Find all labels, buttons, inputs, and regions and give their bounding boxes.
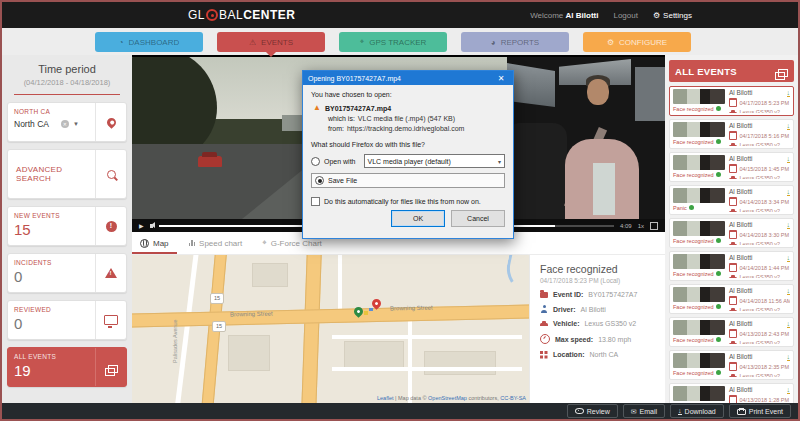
all-events-card[interactable]: ALL EVENTS 19 — [7, 347, 127, 387]
map-canvas[interactable]: 15 15 Browning Street Browning Street Pa… — [132, 255, 530, 403]
reviewed-card[interactable]: REVIEWED 0 — [7, 300, 127, 340]
eye-icon — [716, 139, 721, 144]
event-card[interactable]: Face recognized Al Bilotti 04/14/2018 1:… — [669, 251, 794, 281]
event-card[interactable]: Face recognized Al Bilotti 04/14/2018 3:… — [669, 218, 794, 248]
calendar-icon — [729, 98, 737, 107]
map-marker-blue-icon[interactable] — [369, 308, 373, 311]
fullscreen-icon[interactable] — [650, 222, 658, 230]
events-list: Face recognized Al Bilotti 04/17/2018 5:… — [665, 86, 798, 403]
event-card[interactable]: Face recognized Al Bilotti 04/13/2018 2:… — [669, 350, 794, 380]
nav-label: CONFIGURE — [619, 38, 667, 47]
volume-icon[interactable] — [150, 224, 153, 228]
new-events-card[interactable]: NEW EVENTS 15 — [7, 206, 127, 246]
auto-checkbox[interactable] — [311, 197, 320, 206]
welcome-text: Welcome Al Bilotti — [530, 11, 598, 20]
detail-value: North CA — [590, 351, 619, 358]
playback-rate-button[interactable]: 1x — [638, 223, 644, 229]
region-select[interactable]: North CA ✕ ▼ — [14, 119, 89, 129]
download-icon[interactable]: ↓ — [787, 155, 791, 163]
nav-tab-events[interactable]: ⚠ EVENTS — [217, 32, 325, 52]
open-with-radio[interactable] — [311, 157, 320, 166]
open-with-select[interactable]: VLC media player (default) ▾ — [364, 154, 505, 168]
eye-icon — [716, 172, 721, 177]
time-period-range[interactable]: (04/12/2018 - 04/18/2018) — [2, 78, 132, 87]
download-icon[interactable]: ↓ — [787, 254, 791, 262]
leaflet-link[interactable]: Leaflet — [377, 395, 394, 401]
email-label: Email — [640, 408, 658, 415]
event-card[interactable]: Panic Al Bilotti 04/14/2018 3:34 PM Lexu… — [669, 185, 794, 215]
stack-icon[interactable] — [778, 69, 788, 77]
download-icon[interactable]: ↓ — [787, 122, 791, 130]
download-icon[interactable]: ↓ — [787, 221, 791, 229]
event-thumbnail — [673, 287, 725, 302]
event-driver-name: Al Bilotti — [729, 386, 790, 393]
close-icon[interactable]: ✕ — [494, 74, 508, 83]
eye-icon — [716, 106, 721, 111]
play-button[interactable]: ▶ — [139, 223, 144, 229]
from-value: https://tracking.demo.idriveglobal.com — [347, 125, 465, 132]
incidents-card[interactable]: INCIDENTS 0 — [7, 253, 127, 293]
detail-value: Al Bilotti — [581, 306, 606, 313]
car-icon — [729, 310, 737, 312]
advanced-search-card[interactable]: ADVANCED SEARCH — [7, 149, 127, 199]
event-card[interactable]: Face recognized Al Bilotti 04/17/2018 5:… — [669, 119, 794, 149]
detail-value: Lexus GS350 v2 — [584, 320, 636, 327]
download-icon[interactable]: ↓ — [787, 386, 791, 394]
car-icon — [729, 244, 737, 246]
email-button[interactable]: ✉ Email — [623, 404, 665, 418]
event-card[interactable]: Face recognized Al Bilotti 04/13/2018 2:… — [669, 317, 794, 347]
map-road-minor — [332, 335, 522, 339]
warning-triangle-icon — [105, 268, 117, 278]
download-icon[interactable]: ↓ — [787, 89, 791, 97]
chevron-down-icon: ▼ — [73, 121, 79, 127]
nav-tab-reports[interactable]: ◕ REPORTS — [461, 32, 569, 52]
from-label: from: — [328, 125, 344, 132]
logout-link[interactable]: Logout — [613, 11, 637, 20]
map-building — [344, 341, 404, 369]
license-link[interactable]: CC-BY-SA — [500, 395, 526, 401]
speedometer-icon — [540, 334, 550, 344]
save-file-option[interactable]: Save File — [311, 173, 505, 188]
download-icon[interactable]: ↓ — [787, 320, 791, 328]
event-date: 04/17/2018 5:23 PM — [740, 100, 790, 106]
event-card[interactable]: Face recognized Al Bilotti 04/13/2018 1:… — [669, 383, 794, 403]
tab-map[interactable]: Map — [140, 232, 169, 254]
auto-checkbox-label: Do this automatically for files like thi… — [324, 198, 481, 205]
event-tag-label: Face recognized — [673, 238, 714, 244]
nav-tab-configure[interactable]: ⚙ CONFIGURE — [583, 32, 691, 52]
tab-speed-chart[interactable]: Speed chart — [189, 232, 243, 254]
region-filter-card[interactable]: NORTH CA North CA ✕ ▼ — [7, 102, 127, 142]
osm-link[interactable]: OpenStreetMap — [428, 395, 467, 401]
all-events-label: ALL EVENTS — [14, 353, 89, 360]
nav-tab-gps-tracker[interactable]: ⌖ GPS TRACKER — [339, 32, 447, 52]
detail-value: BY01757427A7 — [588, 291, 637, 298]
ok-button[interactable]: OK — [391, 210, 445, 227]
incidents-count: 0 — [14, 269, 89, 284]
clear-icon[interactable]: ✕ — [61, 120, 69, 128]
event-card[interactable]: Face recognized Al Bilotti 04/17/2018 5:… — [669, 86, 794, 116]
download-icon: ↓ — [678, 407, 682, 415]
bar-chart-icon — [189, 240, 196, 246]
time-period-block: Time period (04/12/2018 - 04/18/2018) — [2, 55, 132, 95]
event-date: 04/14/2018 11:56 AM — [740, 298, 791, 304]
download-button[interactable]: ↓ Download — [670, 404, 724, 418]
nav-tab-dashboard[interactable]: ◔ DASHBOARD — [95, 32, 203, 52]
event-thumbnail — [673, 320, 725, 335]
download-icon[interactable]: ↓ — [787, 287, 791, 295]
tab-label: Map — [153, 239, 169, 248]
dialog-titlebar[interactable]: Opening BY01757427A7.mp4 ✕ — [303, 71, 513, 85]
event-card[interactable]: Face recognized Al Bilotti 04/14/2018 11… — [669, 284, 794, 314]
download-icon[interactable]: ↓ — [787, 353, 791, 361]
review-button[interactable]: Review — [567, 404, 618, 418]
event-card[interactable]: Face recognized Al Bilotti 04/15/2018 1:… — [669, 152, 794, 182]
calendar-icon — [729, 197, 737, 206]
download-icon[interactable]: ↓ — [787, 188, 791, 196]
cancel-button[interactable]: Cancel — [451, 210, 505, 227]
save-file-radio[interactable] — [315, 176, 324, 185]
settings-link[interactable]: ⚙ Settings — [653, 11, 692, 20]
event-driver-name: Al Bilotti — [729, 353, 790, 360]
print-event-button[interactable]: Print Event — [729, 404, 791, 418]
map-marker-yellow-icon[interactable] — [364, 311, 368, 315]
detail-value: 13.80 mph — [598, 336, 631, 343]
calendar-icon — [729, 263, 737, 272]
